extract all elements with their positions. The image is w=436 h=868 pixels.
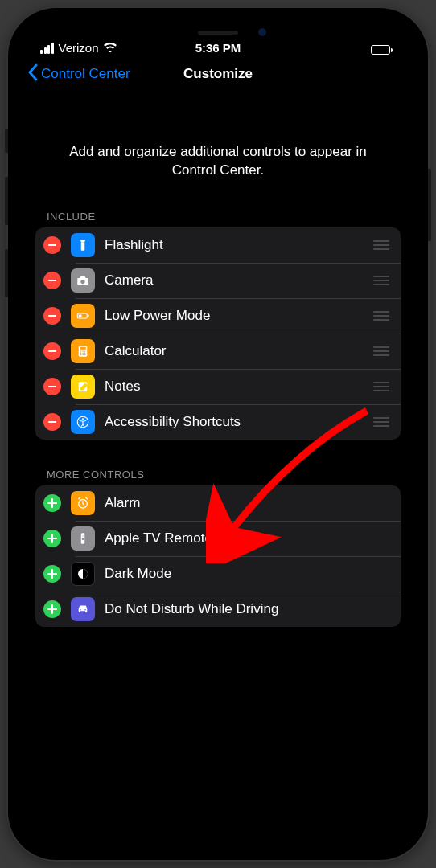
include-header: INCLUDE xyxy=(35,206,401,227)
drag-handle-icon[interactable] xyxy=(373,382,389,391)
list-item-calculator[interactable]: Calculator xyxy=(35,334,401,369)
notch xyxy=(138,21,298,43)
drag-handle-icon[interactable] xyxy=(373,276,389,285)
row-label: Camera xyxy=(105,272,364,289)
drag-handle-icon[interactable] xyxy=(373,346,389,356)
list-item-accessibility[interactable]: Accessibility Shortcuts xyxy=(35,404,401,440)
svg-point-22 xyxy=(82,538,84,540)
alarm-icon xyxy=(71,491,95,515)
row-label: Dark Mode xyxy=(105,566,389,582)
list-item-alarm[interactable]: Alarm xyxy=(35,485,401,521)
remote-icon xyxy=(71,526,95,551)
drag-handle-icon[interactable] xyxy=(373,311,389,321)
remove-button[interactable] xyxy=(43,342,61,360)
drag-handle-icon[interactable] xyxy=(373,417,389,427)
svg-point-13 xyxy=(80,354,82,356)
svg-point-15 xyxy=(84,354,86,356)
svg-rect-6 xyxy=(80,347,86,350)
row-label: Alarm xyxy=(105,495,389,511)
back-button[interactable]: Control Center xyxy=(27,63,130,85)
chevron-left-icon xyxy=(27,63,38,85)
svg-rect-3 xyxy=(79,314,82,317)
battery-icon xyxy=(71,304,95,328)
carrier-label: Verizon xyxy=(59,41,99,55)
wifi-icon xyxy=(104,41,117,55)
add-button[interactable] xyxy=(43,600,61,618)
svg-point-9 xyxy=(84,350,86,352)
remove-button[interactable] xyxy=(43,378,61,395)
include-list: Flashlight Camera Low Power Mo xyxy=(35,227,401,440)
svg-point-12 xyxy=(84,352,86,354)
row-label: Flashlight xyxy=(105,237,364,253)
svg-point-18 xyxy=(82,418,84,420)
svg-point-7 xyxy=(80,350,82,352)
screen: Verizon 5:36 PM Control Center Custo xyxy=(21,21,415,847)
list-item-camera[interactable]: Camera xyxy=(35,263,401,298)
car-icon xyxy=(71,597,95,621)
more-header: MORE CONTROLS xyxy=(35,464,401,485)
nav-bar: Control Center Customize xyxy=(21,56,415,92)
remove-button[interactable] xyxy=(43,307,61,325)
row-label: Low Power Mode xyxy=(105,308,364,324)
remove-button[interactable] xyxy=(43,236,61,254)
svg-point-25 xyxy=(84,609,86,611)
add-button[interactable] xyxy=(43,530,61,547)
svg-rect-0 xyxy=(81,242,85,251)
description-text: Add and organize additional controls to … xyxy=(35,92,401,206)
remove-button[interactable] xyxy=(43,413,61,431)
calculator-icon xyxy=(71,339,95,363)
svg-point-8 xyxy=(82,350,84,352)
add-button[interactable] xyxy=(43,565,61,583)
phone-frame: Verizon 5:36 PM Control Center Custo xyxy=(8,8,428,860)
row-label: Notes xyxy=(105,379,364,395)
page-title: Customize xyxy=(183,66,253,82)
row-label: Apple TV Remote xyxy=(105,530,389,547)
svg-point-10 xyxy=(80,352,82,354)
svg-point-1 xyxy=(80,280,84,284)
list-item-appletv[interactable]: Apple TV Remote xyxy=(35,521,401,556)
remove-button[interactable] xyxy=(43,272,61,289)
darkmode-icon xyxy=(71,562,95,586)
drag-handle-icon[interactable] xyxy=(373,240,389,250)
svg-point-11 xyxy=(82,352,84,354)
row-label: Calculator xyxy=(105,343,364,359)
back-label: Control Center xyxy=(41,66,130,82)
more-list: Alarm Apple TV Remote xyxy=(35,485,401,627)
notes-icon xyxy=(71,375,95,399)
list-item-darkmode[interactable]: Dark Mode xyxy=(35,556,401,592)
svg-point-14 xyxy=(82,354,84,356)
accessibility-icon xyxy=(71,410,95,434)
add-button[interactable] xyxy=(43,494,61,512)
list-item-lowpower[interactable]: Low Power Mode xyxy=(35,298,401,334)
list-item-flashlight[interactable]: Flashlight xyxy=(35,227,401,263)
row-label: Do Not Disturb While Driving xyxy=(105,601,389,617)
signal-icon xyxy=(40,43,54,54)
list-item-notes[interactable]: Notes xyxy=(35,369,401,404)
svg-rect-4 xyxy=(88,314,89,317)
list-item-dnd-driving[interactable]: Do Not Disturb While Driving xyxy=(35,592,401,627)
svg-point-21 xyxy=(82,535,83,536)
flashlight-icon xyxy=(71,233,95,257)
camera-icon xyxy=(71,268,95,293)
row-label: Accessibility Shortcuts xyxy=(105,414,364,430)
svg-point-24 xyxy=(80,609,81,611)
battery-icon xyxy=(371,45,393,55)
